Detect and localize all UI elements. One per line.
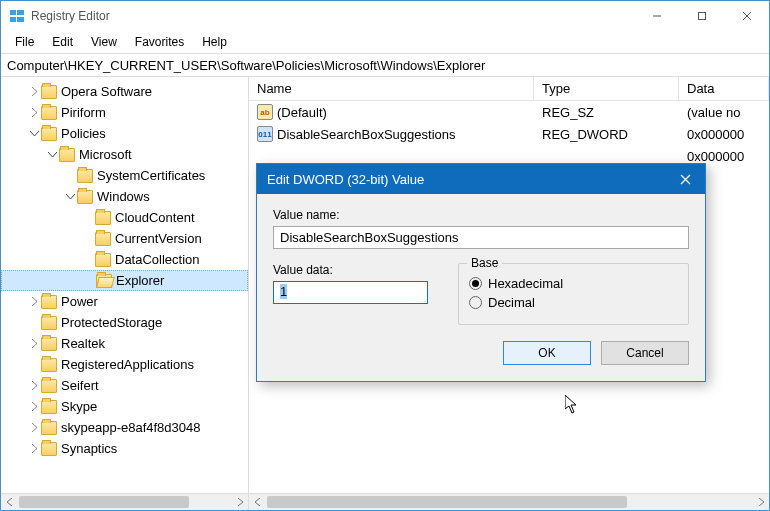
folder-icon [41,400,57,414]
cancel-button[interactable]: Cancel [601,341,689,365]
base-group: Base Hexadecimal Decimal [458,263,689,325]
tree-item-realtek[interactable]: Realtek [1,333,248,354]
tree-item-cloudcontent[interactable]: CloudContent [1,207,248,228]
radio-icon [469,296,482,309]
tree-item-currentversion[interactable]: CurrentVersion [1,228,248,249]
chevron-right-icon [27,297,41,306]
menu-help[interactable]: Help [194,33,235,51]
folder-icon [41,316,57,330]
folder-icon [59,148,75,162]
tree-scrollbar[interactable] [1,493,249,510]
folder-icon [41,127,57,141]
address-text: Computer\HKEY_CURRENT_USER\Software\Poli… [7,58,485,73]
svg-rect-2 [10,17,16,22]
scrollbar-thumb[interactable] [19,496,189,508]
radio-decimal[interactable]: Decimal [469,295,678,310]
folder-icon [41,337,57,351]
list-header: Name Type Data [249,77,769,101]
close-icon [680,174,691,185]
chevron-right-icon [27,381,41,390]
radio-hexadecimal[interactable]: Hexadecimal [469,276,678,291]
tree-item-seifert[interactable]: Seifert [1,375,248,396]
dialog-title: Edit DWORD (32-bit) Value [267,172,424,187]
scrollbar-thumb[interactable] [267,496,627,508]
scroll-left-icon[interactable] [249,495,266,510]
dialog-titlebar[interactable]: Edit DWORD (32-bit) Value [257,164,705,194]
tree-item-registeredapplications[interactable]: RegisteredApplications [1,354,248,375]
tree-item-piriform[interactable]: Piriform [1,102,248,123]
tree-item-explorer[interactable]: Explorer [1,270,248,291]
folder-icon [41,85,57,99]
svg-rect-3 [17,17,24,22]
radio-icon [469,277,482,290]
app-icon [9,8,25,24]
folder-icon [41,106,57,120]
value-data-input[interactable]: 1 [273,281,428,304]
scroll-right-icon[interactable] [231,495,248,510]
folder-icon [95,253,111,267]
folder-icon [41,379,57,393]
folder-icon [41,295,57,309]
list-row[interactable]: 011DisableSearchBoxSuggestions REG_DWORD… [249,123,769,145]
chevron-down-icon [27,129,41,138]
chevron-right-icon [27,423,41,432]
folder-icon [95,232,111,246]
column-header-name[interactable]: Name [249,77,534,100]
tree-item-protectedstorage[interactable]: ProtectedStorage [1,312,248,333]
dialog-close-button[interactable] [665,164,705,194]
address-bar[interactable]: Computer\HKEY_CURRENT_USER\Software\Poli… [1,53,769,77]
chevron-down-icon [63,192,77,201]
folder-open-icon [96,274,112,288]
chevron-right-icon [27,87,41,96]
tree-item-power[interactable]: Power [1,291,248,312]
tree-item-opera[interactable]: Opera Software [1,81,248,102]
menu-edit[interactable]: Edit [44,33,81,51]
close-button[interactable] [724,1,769,31]
base-legend: Base [467,256,502,270]
tree-item-systemcertificates[interactable]: SystemCertificates [1,165,248,186]
svg-rect-5 [698,13,705,20]
scroll-left-icon[interactable] [1,495,18,510]
dword-value-icon: 011 [257,126,273,142]
value-name-input[interactable] [273,226,689,249]
menu-favorites[interactable]: Favorites [127,33,192,51]
folder-icon [95,211,111,225]
folder-icon [41,358,57,372]
minimize-button[interactable] [634,1,679,31]
edit-dword-dialog: Edit DWORD (32-bit) Value Value name: Va… [256,163,706,382]
maximize-button[interactable] [679,1,724,31]
list-scrollbar[interactable] [249,493,769,510]
folder-icon [77,169,93,183]
ok-button[interactable]: OK [503,341,591,365]
tree-item-datacollection[interactable]: DataCollection [1,249,248,270]
chevron-right-icon [27,108,41,117]
string-value-icon: ab [257,104,273,120]
tree-pane[interactable]: Opera Software Piriform Policies Microso… [1,77,249,493]
tree-item-synaptics[interactable]: Synaptics [1,438,248,459]
horizontal-scrollbars [1,493,769,510]
tree-item-skypeapp[interactable]: skypeapp-e8af4f8d3048 [1,417,248,438]
tree-item-microsoft[interactable]: Microsoft [1,144,248,165]
svg-rect-1 [17,10,24,15]
menu-view[interactable]: View [83,33,125,51]
folder-icon [77,190,93,204]
value-data-label: Value data: [273,263,428,277]
folder-icon [41,442,57,456]
svg-rect-0 [10,10,16,15]
chevron-right-icon [27,444,41,453]
chevron-right-icon [27,402,41,411]
scroll-right-icon[interactable] [752,495,769,510]
menu-file[interactable]: File [7,33,42,51]
menubar: File Edit View Favorites Help [1,31,769,53]
tree-item-windows[interactable]: Windows [1,186,248,207]
column-header-type[interactable]: Type [534,77,679,100]
tree-item-policies[interactable]: Policies [1,123,248,144]
window-title: Registry Editor [31,9,110,23]
folder-icon [41,421,57,435]
list-row[interactable]: ab(Default) REG_SZ (value no [249,101,769,123]
chevron-right-icon [27,339,41,348]
column-header-data[interactable]: Data [679,77,769,100]
chevron-down-icon [45,150,59,159]
tree-item-skype[interactable]: Skype [1,396,248,417]
titlebar: Registry Editor [1,1,769,31]
